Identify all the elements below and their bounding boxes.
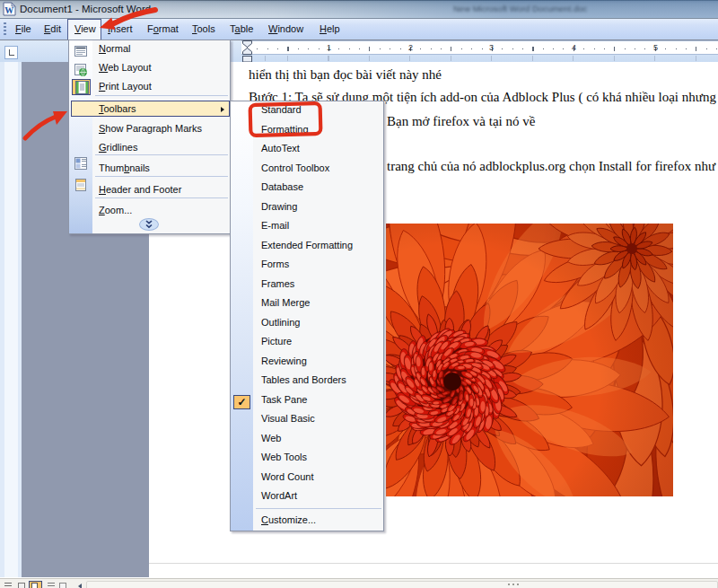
svg-text:W: W: [4, 5, 13, 15]
